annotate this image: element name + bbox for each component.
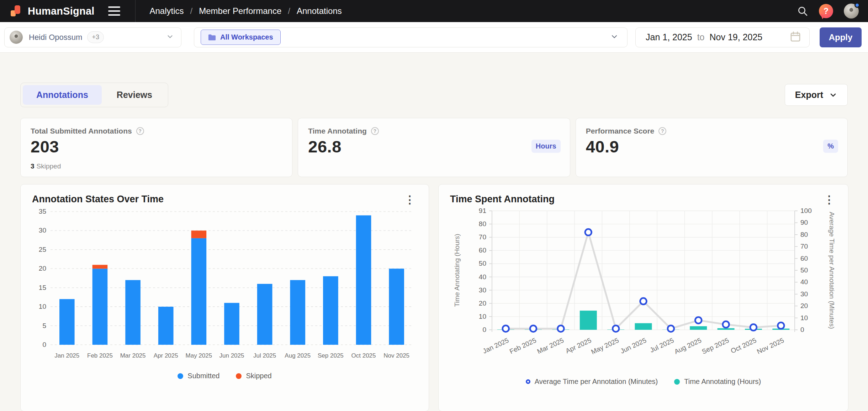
apply-button[interactable]: Apply (820, 27, 862, 47)
svg-text:20: 20 (479, 300, 486, 307)
svg-text:0: 0 (800, 326, 804, 333)
chart-title: Time Spent Annotating (450, 194, 555, 205)
workspace-chip-label: All Workspaces (220, 33, 273, 41)
legend-label: Submitted (187, 372, 219, 380)
brand-logo[interactable]: HumanSignal (11, 5, 95, 17)
svg-text:10: 10 (800, 314, 808, 322)
user-avatar[interactable] (844, 4, 859, 19)
legend-item-skipped[interactable]: Skipped (236, 372, 271, 380)
svg-text:Jul 2025: Jul 2025 (649, 337, 675, 354)
svg-text:May 2025: May 2025 (186, 352, 212, 359)
stat-label: Time Annotating (308, 127, 367, 135)
svg-text:Nov 2025: Nov 2025 (756, 337, 785, 355)
svg-text:Oct 2025: Oct 2025 (730, 337, 758, 355)
help-icon[interactable]: ? (819, 4, 833, 18)
svg-text:10: 10 (479, 313, 486, 320)
svg-text:Time Annotating (Hours): Time Annotating (Hours) (453, 234, 461, 307)
export-button[interactable]: Export (785, 84, 848, 106)
legend-item-submitted[interactable]: Submitted (178, 372, 219, 380)
date-to-word: to (697, 32, 705, 42)
svg-text:50: 50 (800, 266, 808, 274)
breadcrumb-analytics[interactable]: Analytics (150, 6, 184, 16)
workspace-select[interactable]: All Workspaces (194, 27, 628, 47)
member-extra-count: +3 (87, 31, 104, 43)
stat-value: 26.8 (308, 137, 560, 156)
stat-value: 40.9 (586, 137, 837, 156)
chevron-down-icon (610, 32, 619, 42)
svg-text:30: 30 (39, 227, 46, 234)
svg-text:50: 50 (479, 260, 486, 267)
top-header: HumanSignal Analytics / Member Performan… (0, 0, 868, 22)
svg-text:40: 40 (479, 273, 486, 281)
svg-text:80: 80 (479, 220, 486, 228)
kebab-menu-icon[interactable]: ⋮ (822, 194, 837, 206)
member-select[interactable]: Heidi Opossum +3 (4, 27, 181, 47)
date-range-input[interactable]: Jan 1, 2025 to Nov 19, 2025 (635, 27, 810, 47)
unit-badge-hours: Hours (531, 140, 561, 153)
kebab-menu-icon[interactable]: ⋮ (402, 194, 417, 206)
svg-text:Average Time per Annotation (M: Average Time per Annotation (Minutes) (828, 212, 836, 329)
export-label: Export (795, 90, 823, 100)
chevron-down-icon (166, 33, 174, 42)
tab-annotations[interactable]: Annotations (23, 85, 102, 105)
svg-text:Jun 2025: Jun 2025 (219, 352, 244, 359)
svg-text:60: 60 (479, 246, 486, 254)
legend-label: Skipped (246, 372, 271, 380)
stat-card-performance-score: Performance Score ? 40.9 % (576, 118, 848, 177)
svg-text:10: 10 (39, 303, 46, 310)
date-from: Jan 1, 2025 (646, 32, 692, 42)
time-spent-chart-card: Time Spent Annotating ⋮ 0102030405060708… (438, 184, 848, 411)
menu-icon[interactable] (108, 6, 120, 16)
legend-label: Time Annotating (Hours) (684, 378, 761, 386)
svg-text:5: 5 (42, 322, 46, 329)
svg-text:15: 15 (39, 284, 46, 291)
help-glyph: ? (824, 6, 829, 16)
unit-badge-percent: % (823, 140, 838, 153)
humansignal-logo-icon (11, 5, 23, 17)
svg-text:Nov 2025: Nov 2025 (383, 352, 409, 359)
stat-subtext: 3Skipped (31, 162, 61, 170)
brand-name: HumanSignal (28, 5, 95, 17)
svg-text:0: 0 (482, 326, 486, 333)
svg-text:100: 100 (800, 207, 812, 214)
tab-reviews[interactable]: Reviews (103, 85, 166, 105)
help-circle-icon[interactable]: ? (136, 127, 144, 135)
svg-text:Jul 2025: Jul 2025 (253, 352, 276, 359)
svg-text:Apr 2025: Apr 2025 (565, 337, 593, 355)
legend-label: Average Time per Annotation (Minutes) (535, 378, 658, 386)
stat-label: Total Submitted Annotations (31, 127, 132, 135)
svg-text:35: 35 (39, 208, 46, 215)
svg-text:Feb 2025: Feb 2025 (87, 352, 113, 359)
search-icon[interactable] (797, 5, 808, 17)
svg-text:May 2025: May 2025 (590, 337, 620, 356)
svg-text:Mar 2025: Mar 2025 (120, 352, 146, 359)
header-divider (135, 0, 136, 22)
svg-text:Sep 2025: Sep 2025 (701, 337, 730, 355)
breadcrumb-member-performance[interactable]: Member Performance (199, 6, 281, 16)
help-circle-icon[interactable]: ? (371, 127, 379, 135)
svg-text:Oct 2025: Oct 2025 (351, 352, 376, 359)
svg-text:Apr 2025: Apr 2025 (154, 352, 178, 359)
svg-text:80: 80 (800, 231, 808, 238)
svg-text:40: 40 (800, 278, 808, 286)
annotation-states-chart-canvas: 05101520253035Jan 2025Feb 2025Mar 2025Ap… (32, 206, 417, 368)
main-content: Annotations Reviews Export Total Submitt… (0, 83, 868, 411)
svg-text:20: 20 (39, 265, 46, 272)
svg-text:90: 90 (800, 219, 808, 226)
annotation-states-chart-card: Annotation States Over Time ⋮ 0510152025… (20, 184, 429, 411)
svg-text:30: 30 (800, 290, 808, 298)
svg-text:25: 25 (39, 246, 46, 253)
calendar-icon (789, 31, 801, 44)
legend-item-time-annotating[interactable]: Time Annotating (Hours) (674, 378, 761, 386)
svg-text:Jan 2025: Jan 2025 (54, 352, 79, 359)
legend-item-avg-time[interactable]: Average Time per Annotation (Minutes) (526, 378, 658, 386)
stat-card-total-submitted: Total Submitted Annotations ? 203 3Skipp… (20, 118, 292, 177)
help-circle-icon[interactable]: ? (658, 127, 666, 135)
workspace-chip[interactable]: All Workspaces (201, 30, 281, 45)
svg-text:30: 30 (479, 286, 486, 294)
legend-swatch (236, 373, 242, 379)
breadcrumb: Analytics / Member Performance / Annotat… (150, 6, 342, 16)
breadcrumb-separator: / (190, 6, 193, 16)
chart-legend: Submitted Skipped (32, 372, 417, 380)
chart-title: Annotation States Over Time (32, 194, 164, 205)
